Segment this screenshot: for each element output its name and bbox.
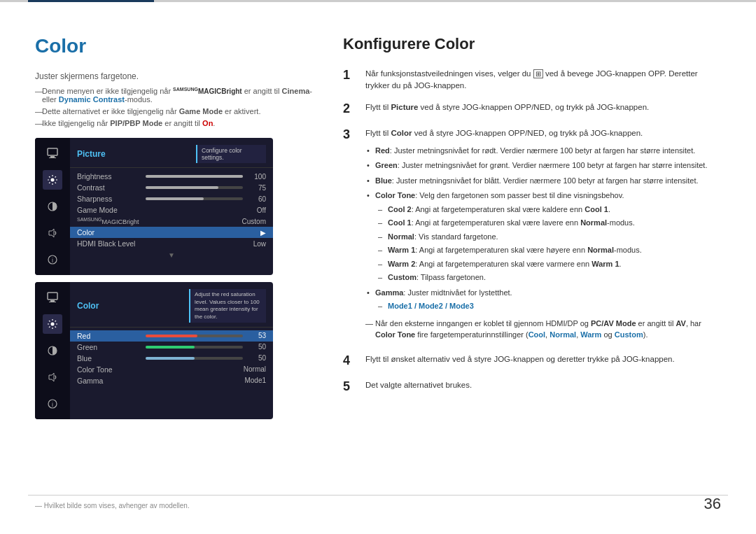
sub-custom: Custom: Tilpass fargetonen. — [375, 272, 721, 283]
svg-rect-2 — [49, 157, 56, 158]
svg-marker-13 — [49, 373, 54, 381]
footnote: ― Hvilket bilde som vises, avhenger av m… — [35, 502, 190, 510]
note-3: Ikke tilgjengelig når PIP/PBP Mode er an… — [35, 119, 315, 127]
osd-header-1: Picture Configure color settings. — [70, 142, 273, 168]
right-title: Konfigurere Color — [343, 35, 721, 53]
note-2: Dette alternativet er ikke tilgjengelig … — [35, 107, 315, 115]
osd-row-green: Green 50 — [70, 342, 273, 353]
osd-row-gamemode: Game Mode Off — [70, 204, 273, 216]
osd-row-brightness: Brightness 100 — [70, 171, 273, 182]
step-2: 2 Flytt til Picture ved å styre JOG-knap… — [343, 99, 721, 118]
note-1: Denne menyen er ikke tilgjengelig når SA… — [35, 87, 315, 104]
step-list: 1 Når funksjonstastveiledningen vises, v… — [343, 66, 721, 396]
osd2-icon-monitor — [43, 288, 62, 307]
osd-row-magicbright: SAMSUNGMAGICBright Custom — [70, 216, 273, 227]
right-column: Konfigurere Color 1 Når funksjonstastvei… — [343, 28, 721, 513]
colortone-sub: Cool 2: Angi at fargetemperaturen skal v… — [375, 204, 721, 283]
step-5: 5 Det valgte alternativet brukes. — [343, 377, 721, 396]
section-title: Color — [35, 35, 315, 57]
gamma-sub: Mode1 / Mode2 / Mode3 — [375, 300, 721, 312]
step3-bullets: Red: Juster metningsnivået for rødt. Ver… — [365, 145, 721, 312]
sub-mode: Mode1 / Mode2 / Mode3 — [375, 300, 721, 312]
svg-marker-5 — [49, 229, 54, 237]
svg-text:i: i — [52, 401, 53, 408]
svg-rect-1 — [50, 156, 55, 157]
step-4: 4 Flytt til ønsket alternativ ved å styr… — [343, 351, 721, 370]
osd-row-contrast: Contrast 75 — [70, 182, 273, 193]
osd-content-1: Picture Configure color settings. Bright… — [70, 138, 273, 275]
osd2-icon-info: i — [43, 394, 62, 414]
bullet-green: Green: Juster metningsnivået for grønt. … — [365, 160, 721, 171]
osd-icon-monitor — [43, 143, 62, 163]
osd-row-color-selected: Color ▶ — [70, 227, 273, 238]
osd-row-colortone: Color Tone Normal — [70, 364, 273, 375]
osd-sidebar-2: i — [35, 282, 70, 419]
svg-rect-9 — [50, 300, 55, 302]
osd-header-title-1: Picture — [77, 149, 106, 159]
page-number: 36 — [704, 495, 721, 513]
svg-rect-8 — [48, 293, 57, 300]
osd-icon-contrast — [43, 197, 62, 216]
bullet-colortone: Color Tone: Velg den fargetonen som pass… — [365, 190, 721, 283]
svg-rect-10 — [49, 302, 56, 302]
top-line-accent — [28, 0, 154, 2]
osd-icon-volume — [43, 223, 62, 243]
svg-point-3 — [51, 178, 55, 182]
osd-row-gamma: Gamma Mode1 — [70, 375, 273, 386]
svg-point-11 — [51, 323, 55, 326]
osd-row-red: Red 53 — [70, 330, 273, 342]
osd-header-2: Color Adjust the red saturation level. V… — [70, 286, 273, 328]
osd2-icon-volume — [43, 367, 62, 387]
osd-note-box-1: Configure color settings. — [196, 145, 266, 163]
osd-screen-2: i Color Adjust the red saturation level.… — [35, 282, 273, 419]
osd-row-sharpness: Sharpness 60 — [70, 193, 273, 204]
svg-rect-0 — [48, 148, 57, 155]
osd-screen-1: i Picture Configure color settings. Brig… — [35, 138, 273, 275]
osd2-icon-contrast — [43, 341, 62, 360]
step-3: 3 Flytt til Color ved å styre JOG-knappe… — [343, 125, 721, 344]
sub-warm2: Warm 2: Angi at fargetemperaturen skal v… — [375, 258, 721, 270]
osd-icon-info: i — [43, 250, 62, 269]
bullet-red: Red: Juster metningsnivået for rødt. Ver… — [365, 145, 721, 157]
note-pcav: Når den eksterne inngangen er koblet til… — [365, 318, 721, 341]
bullet-gamma: Gamma: Juster midtnivået for lystetthet.… — [365, 287, 721, 312]
sub-normal: Normal: Vis standard fargetone. — [375, 231, 721, 243]
osd-row-blue: Blue 50 — [70, 353, 273, 364]
osd-row-hdmi: HDMI Black Level Low — [70, 238, 273, 249]
bullet-blue: Blue: Juster metningsnivået for blått. V… — [365, 175, 721, 187]
osd-content-2: Color Adjust the red saturation level. V… — [70, 282, 273, 419]
osd2-icon-settings — [43, 314, 62, 334]
sub-cool2: Cool 2: Angi at fargetemperaturen skal v… — [375, 204, 721, 216]
step-1: 1 Når funksjonstastveiledningen vises, v… — [343, 66, 721, 92]
intro-text: Juster skjermens fargetone. — [35, 71, 315, 81]
sub-cool1: Cool 1: Angi at fargetemperaturen skal v… — [375, 217, 721, 229]
bottom-line — [28, 495, 728, 496]
osd-sidebar-1: i — [35, 138, 70, 275]
osd-scroll-indicator: ▼ — [70, 249, 273, 261]
osd-header-title-2: Color — [77, 301, 99, 311]
osd-note-box-2: Adjust the red saturation level. Values … — [189, 289, 266, 323]
left-column: Color Juster skjermens fargetone. Denne … — [35, 28, 315, 513]
magic-bright-logo: SAMSUNGMAGICBright — [173, 87, 242, 95]
osd-icon-settings — [43, 170, 62, 190]
sub-warm1: Warm 1: Angi at fargetemperaturen skal v… — [375, 244, 721, 256]
svg-text:i: i — [52, 257, 53, 264]
